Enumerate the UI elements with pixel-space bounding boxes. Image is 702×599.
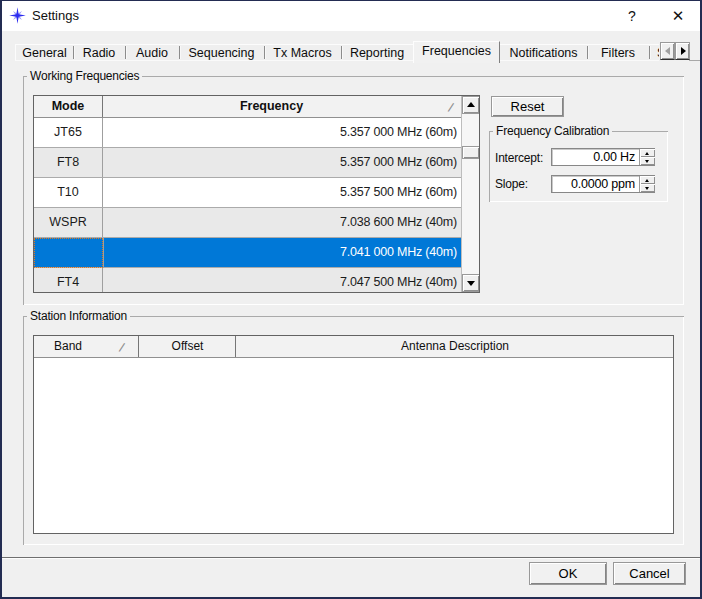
column-header-antenna-description[interactable]: Antenna Description (237, 336, 673, 357)
intercept-spin-buttons (639, 149, 654, 165)
tab-separator (587, 46, 588, 59)
mode-cell[interactable]: T10 (34, 178, 103, 207)
tab-general[interactable]: General (15, 44, 73, 61)
scroll-down-button[interactable] (462, 274, 480, 292)
scroll-up-button[interactable] (462, 96, 480, 114)
station-information-legend: Station Information (27, 310, 130, 323)
frequency-row-0[interactable]: JT655.357 000 MHz (60m) (34, 118, 461, 148)
tab-filters[interactable]: Filters (587, 44, 649, 61)
cancel-button[interactable]: Cancel (613, 562, 686, 585)
slope-spin-buttons (639, 176, 654, 192)
slope-spin-down-button[interactable] (640, 184, 655, 192)
scroll-left-icon (665, 47, 670, 55)
mode-cell[interactable]: WSPR (34, 208, 103, 237)
station-information-group: Station Information Band / Offset Antenn… (23, 316, 684, 545)
title-bar: Settings ? ✕ (1, 1, 701, 31)
scroll-up-icon (467, 102, 475, 107)
spin-up-icon (645, 179, 649, 182)
station-table-header: Band / Offset Antenna Description (34, 336, 673, 358)
reset-button[interactable]: Reset (491, 96, 564, 117)
vertical-scrollbar[interactable] (461, 96, 479, 292)
tab-separator (73, 46, 74, 59)
tab-frequencies[interactable]: Frequencies (413, 41, 500, 63)
tab-scroll-left-button[interactable] (660, 42, 675, 60)
tab-scheduler[interactable]: Scheduler (649, 44, 659, 61)
frequency-table-body: JT655.357 000 MHz (60m)FT85.357 000 MHz … (34, 118, 461, 292)
column-header-mode[interactable]: Mode (34, 96, 103, 117)
station-information-table: Band / Offset Antenna Description (33, 335, 674, 534)
tab-sequencing[interactable]: Sequencing (179, 44, 264, 61)
ok-button[interactable]: OK (529, 562, 607, 585)
mode-cell[interactable]: FT4 (34, 268, 103, 292)
tab-notifications[interactable]: Notifications (500, 44, 587, 61)
slope-value: 0.0000 ppm (571, 176, 635, 192)
app-icon (9, 7, 26, 24)
intercept-value: 0.00 Hz (593, 149, 635, 165)
column-header-band[interactable]: Band / (34, 336, 139, 357)
spin-down-icon (645, 160, 649, 163)
mode-cell[interactable] (34, 238, 103, 268)
sort-indicator-icon: / (446, 97, 456, 118)
slope-spin-up-button[interactable] (640, 176, 655, 184)
frequency-row-1[interactable]: FT85.357 000 MHz (60m) (34, 148, 461, 178)
column-header-offset[interactable]: Offset (140, 336, 236, 357)
frequency-cell[interactable]: 7.038 600 MHz (40m) (104, 208, 461, 237)
frequency-cell[interactable]: 7.047 500 MHz (40m) (104, 268, 461, 292)
intercept-label: Intercept: (495, 151, 543, 165)
station-table-body (34, 358, 673, 533)
frequency-row-2[interactable]: T105.357 500 MHz (60m) (34, 178, 461, 208)
tab-audio[interactable]: Audio (125, 44, 179, 61)
frequency-row-4[interactable]: 7.041 000 MHz (40m) (34, 238, 461, 268)
settings-dialog: Settings ? ✕ GeneralRadioAudioSequencing… (0, 0, 702, 599)
slope-label: Slope: (495, 177, 528, 191)
column-header-frequency[interactable]: Frequency / (104, 96, 461, 117)
working-frequencies-group: Working Frequencies Mode Frequency / JT6… (23, 76, 684, 305)
scroll-down-icon (467, 281, 475, 286)
frequency-cell[interactable]: 5.357 000 MHz (60m) (104, 118, 461, 147)
frequency-cell[interactable]: 7.041 000 MHz (40m) (104, 238, 461, 267)
tab-separator (264, 46, 265, 59)
mode-cell[interactable]: JT65 (34, 118, 103, 147)
spin-down-icon (645, 187, 649, 190)
tab-separator (125, 46, 126, 59)
tab-reporting[interactable]: Reporting (341, 44, 413, 61)
frequency-table-header: Mode Frequency / (34, 96, 479, 118)
help-button[interactable]: ? (616, 1, 648, 31)
working-frequencies-table: Mode Frequency / JT655.357 000 MHz (60m)… (33, 95, 480, 293)
slope-spinbox[interactable]: 0.0000 ppm (551, 175, 655, 193)
tab-separator (649, 46, 650, 59)
frequency-row-5[interactable]: FT47.047 500 MHz (40m) (34, 268, 461, 292)
frequency-calibration-group: Frequency Calibration Intercept: 0.00 Hz… (489, 131, 668, 202)
tab-separator (179, 46, 180, 59)
intercept-spinbox[interactable]: 0.00 Hz (551, 148, 655, 166)
separator-line (0, 557, 702, 559)
frequency-calibration-legend: Frequency Calibration (493, 125, 612, 138)
frequency-cell[interactable]: 5.357 000 MHz (60m) (104, 148, 461, 177)
column-header-band-label: Band (54, 339, 82, 353)
tab-tx-macros[interactable]: Tx Macros (264, 44, 341, 61)
scrollbar-thumb[interactable] (462, 146, 480, 159)
frequency-cell[interactable]: 5.357 500 MHz (60m) (104, 178, 461, 207)
spin-up-icon (645, 152, 649, 155)
tab-radio[interactable]: Radio (73, 44, 125, 61)
tab-separator (341, 46, 342, 59)
intercept-spin-up-button[interactable] (640, 149, 655, 157)
working-frequencies-legend: Working Frequencies (27, 70, 142, 83)
column-header-frequency-label: Frequency (240, 99, 303, 113)
band-sort-indicator-icon: / (117, 337, 127, 358)
mode-cell[interactable]: FT8 (34, 148, 103, 177)
window-title: Settings (32, 8, 79, 23)
tab-scroll-right-button[interactable] (675, 42, 690, 60)
tabbar-baseline (689, 60, 701, 61)
frequency-row-3[interactable]: WSPR7.038 600 MHz (40m) (34, 208, 461, 238)
scroll-right-icon (681, 47, 686, 55)
close-button[interactable]: ✕ (662, 1, 694, 31)
intercept-spin-down-button[interactable] (640, 157, 655, 165)
